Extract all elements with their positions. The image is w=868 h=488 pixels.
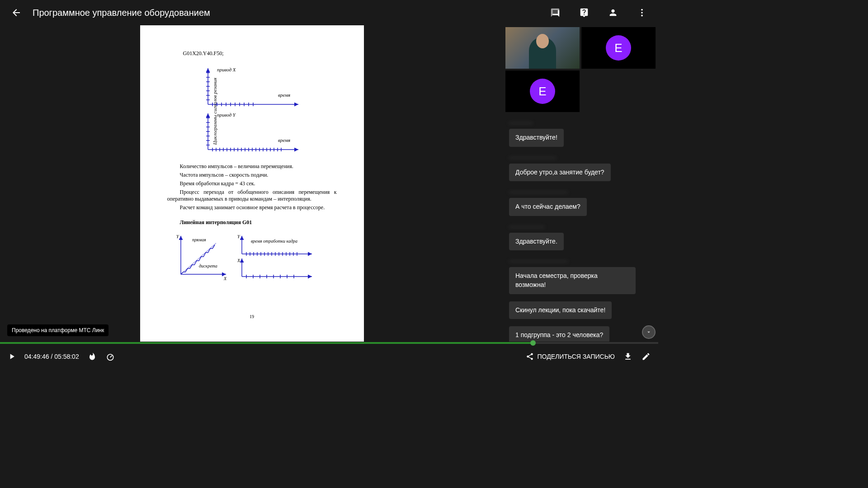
more-vert-icon (637, 8, 647, 18)
arrow-back-icon (11, 7, 22, 18)
sidebar: Е Е ————Здравствуйте!————————Доброе утро… (504, 25, 658, 342)
chat-author: ———————— (509, 154, 653, 161)
share-label: ПОДЕЛИТЬСЯ ЗАПИСЬЮ (538, 353, 615, 360)
back-button[interactable] (11, 7, 22, 18)
chat-message: А что сейчас делаем? (509, 198, 587, 216)
chat-message: Доброе утро,а занятие будет? (509, 164, 611, 182)
svg-text:X: X (223, 276, 227, 281)
doc-text-3: Время обработки кадра = 43 сек. (167, 180, 337, 187)
participant-tile-1[interactable] (505, 27, 580, 69)
svg-point-1 (641, 12, 643, 14)
chat-message: Здравствуйте. (509, 233, 564, 251)
svg-text:привод Х: привод Х (217, 67, 236, 72)
svg-point-0 (641, 9, 643, 11)
chat-panel[interactable]: ————Здравствуйте!————————Доброе утро,а з… (504, 112, 658, 342)
svg-text:привод Y: привод Y (217, 112, 236, 117)
avatar: Е (606, 35, 631, 61)
svg-text:время: время (278, 92, 290, 98)
help-icon-button[interactable] (579, 7, 590, 18)
doc-text-2: Частота импульсов – скорость подачи. (167, 172, 337, 178)
chat-message: 1 подгруппа - это 2 человека? (509, 326, 609, 342)
svg-text:прямая: прямая (192, 237, 206, 242)
video-grid: Е Е (504, 27, 658, 112)
chat-author: —————————— (509, 258, 653, 264)
page-number: 19 (250, 314, 254, 319)
download-icon (623, 352, 632, 361)
main-content: G01X20.Y40.F50; Циклограммы сигналов рез… (0, 25, 658, 342)
person-icon (608, 8, 618, 18)
svg-text:дискрета: дискрета (199, 263, 217, 268)
share-icon (526, 352, 534, 361)
svg-text:X: X (237, 258, 241, 263)
chat-author: —————— (509, 223, 653, 230)
avatar: Е (530, 79, 555, 104)
svg-text:время отработки кадра: время отработки кадра (251, 239, 297, 244)
svg-text:Y: Y (237, 234, 241, 239)
page-title: Программное управление оборудованием (33, 8, 210, 18)
speed-button[interactable] (105, 352, 115, 361)
chat-author: —————————— (509, 188, 653, 195)
profile-icon-button[interactable] (608, 7, 618, 18)
speed-icon (106, 352, 115, 361)
document-page: G01X20.Y40.F50; Циклограммы сигналов рез… (140, 25, 364, 342)
document-viewer: G01X20.Y40.F50; Циклограммы сигналов рез… (0, 25, 504, 342)
svg-text:Y: Y (176, 234, 179, 239)
svg-point-2 (641, 15, 643, 17)
video-thumbnail (505, 27, 580, 69)
diagram-1-svg: привод Х время привод Y время (199, 66, 335, 152)
diagram-1: Циклограммы сигналов резания привод Х (167, 66, 337, 156)
download-button[interactable] (623, 352, 633, 361)
doc-text-4: Процесс перехода от обобщенного описания… (167, 189, 337, 202)
participant-tile-3[interactable]: Е (505, 70, 580, 112)
chat-icon (550, 8, 560, 18)
current-time: 04:49:46 (24, 353, 49, 360)
chevron-down-icon (646, 329, 652, 335)
fire-button[interactable] (87, 352, 97, 361)
fire-icon (88, 352, 96, 361)
svg-line-57 (181, 243, 216, 274)
chat-message: Скинул лекции, пока скачайте! (509, 301, 612, 319)
doc-text-5: Расчет команд занимает основное время ра… (167, 204, 337, 211)
svg-text:время: время (278, 137, 290, 143)
edit-icon (642, 352, 651, 361)
player-controls: 04:49:46 / 05:58:02 ПОДЕЛИТЬСЯ ЗАПИСЬЮ (0, 344, 658, 369)
play-icon (7, 352, 16, 361)
help-icon (579, 8, 589, 18)
diagram-2-svg: Y X прямая дискрета Y X время отработки (167, 231, 339, 281)
platform-badge: Проведено на платформе МТС Линк (7, 324, 108, 336)
chat-author: ———— (509, 119, 653, 126)
diagram-2: Y X прямая дискрета Y X время отработки (167, 231, 337, 281)
total-time: 05:58:02 (54, 353, 79, 360)
edit-button[interactable] (641, 352, 651, 361)
participant-tile-2[interactable]: Е (581, 27, 656, 69)
app-header: Программное управление оборудованием (0, 0, 658, 25)
scroll-down-button[interactable] (642, 325, 656, 339)
doc-heading: Линейная интерполяция G01 (167, 219, 337, 226)
chat-message: Начала семестра, проверка возможна! (509, 267, 636, 294)
time-display: 04:49:46 / 05:58:02 (24, 353, 79, 360)
chat-icon-button[interactable] (550, 7, 561, 18)
chat-message: Здравствуйте! (509, 129, 564, 147)
share-button[interactable]: ПОДЕЛИТЬСЯ ЗАПИСЬЮ (526, 352, 615, 361)
play-button[interactable] (7, 352, 16, 361)
more-icon-button[interactable] (637, 7, 647, 18)
code-line: G01X20.Y40.F50; (183, 50, 337, 57)
doc-text-1: Количество импульсов – величина перемеще… (167, 163, 337, 170)
